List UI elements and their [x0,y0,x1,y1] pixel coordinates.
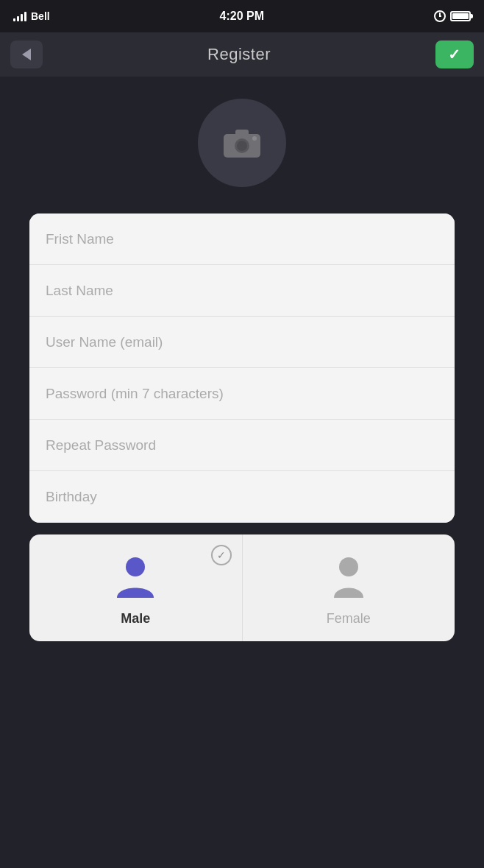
birthday-field[interactable] [29,471,455,523]
female-person-icon [323,552,374,604]
repeat-password-input[interactable] [46,437,438,454]
first-name-input[interactable] [46,231,438,247]
form-card [29,214,455,523]
password-input[interactable] [46,386,438,402]
svg-point-4 [252,136,257,141]
confirm-button[interactable]: ✓ [435,40,474,68]
clock-icon [434,10,446,22]
svg-point-5 [126,557,145,576]
username-input[interactable] [46,334,438,350]
avatar-picker[interactable] [198,99,286,187]
svg-point-2 [237,141,247,151]
camera-icon [222,127,262,159]
page-title: Register [207,45,271,64]
male-person-icon [110,552,161,604]
username-field[interactable] [29,317,455,368]
birthday-input[interactable] [46,489,438,505]
status-time: 4:20 PM [220,10,264,23]
nav-bar: Register ✓ [0,32,484,77]
gender-female-option[interactable]: Female [243,534,455,641]
male-check-icon: ✓ [217,549,226,561]
gender-male-option[interactable]: ✓ Male [29,534,243,641]
battery-icon [450,11,471,21]
status-right [434,10,471,22]
status-bar: Bell 4:20 PM [0,0,484,32]
svg-rect-3 [235,130,249,135]
password-field[interactable] [29,368,455,420]
battery-fill [452,13,469,19]
female-label: Female [327,611,371,627]
back-button[interactable] [10,40,43,68]
last-name-field[interactable] [29,265,455,317]
signal-bars [13,11,26,21]
first-name-field[interactable] [29,214,455,265]
back-arrow-icon [22,49,31,60]
last-name-input[interactable] [46,283,438,299]
male-check-circle: ✓ [211,545,232,565]
status-left: Bell [13,10,50,22]
repeat-password-field[interactable] [29,420,455,471]
male-label: Male [121,611,150,627]
main-content: ✓ Male Female [0,77,484,868]
gender-card: ✓ Male Female [29,534,455,641]
svg-point-6 [339,557,358,576]
carrier-label: Bell [31,10,50,22]
checkmark-icon: ✓ [448,46,460,63]
